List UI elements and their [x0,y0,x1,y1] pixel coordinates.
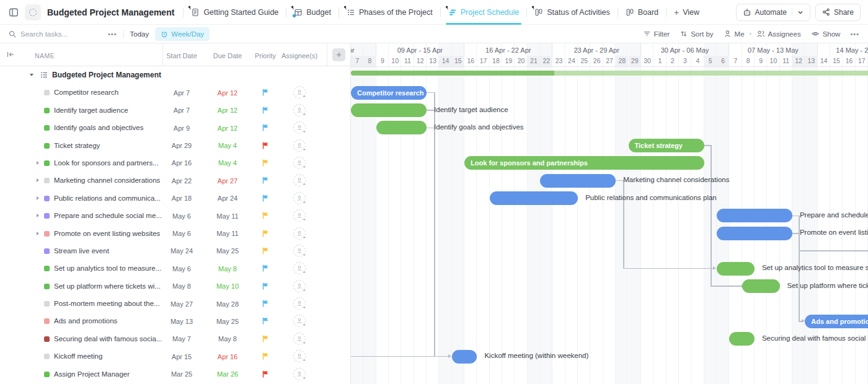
due-date[interactable]: Apr 12 [218,89,237,97]
task-name[interactable]: Assign Project Manager [54,370,130,378]
status-icon[interactable] [44,284,50,289]
priority-flag-icon[interactable] [262,107,269,114]
gantt-bar[interactable] [717,262,755,276]
due-date[interactable]: May 25 [216,247,239,255]
column-header-name[interactable]: NAME [35,52,55,59]
start-date[interactable]: Apr 7 [174,89,190,97]
add-assignee-button[interactable]: + [293,368,306,380]
due-date[interactable]: May 25 [216,318,239,325]
status-icon[interactable] [44,160,50,166]
gantt-bar[interactable] [351,103,427,117]
caret-right-icon[interactable] [37,161,39,165]
automate-button[interactable]: Automate [736,4,810,21]
me-button[interactable]: Me [724,30,745,38]
gantt-bar[interactable] [717,227,792,240]
task-name[interactable]: Set up analytics tool to measure... [54,264,161,272]
due-date[interactable]: May 8 [218,335,237,343]
table-row[interactable]: Set up platform where tickets wi...May 8… [0,277,350,295]
add-assignee-button[interactable]: + [293,157,306,169]
task-name[interactable]: Securing deal with famous socia... [54,335,162,343]
start-date[interactable]: May 24 [170,247,193,255]
status-icon[interactable] [44,178,50,183]
add-column-button[interactable]: + [332,48,345,61]
status-icon[interactable] [44,90,50,95]
status-icon[interactable] [44,108,50,113]
add-assignee-button[interactable]: + [293,104,306,116]
tab-project-schedule[interactable]: Project Schedule [441,0,527,25]
task-name[interactable]: Identify goals and objectives [54,124,143,131]
priority-flag-icon[interactable] [262,142,269,149]
show-button[interactable]: Show [811,30,841,38]
add-view-button[interactable]: +View [666,0,707,25]
gantt-bar[interactable]: Look for sponsors and partnerships [464,156,704,170]
status-icon[interactable] [44,354,50,359]
tab-budget[interactable]: Budget [286,0,339,25]
task-name[interactable]: Look for sponsors and partners... [54,159,159,167]
add-assignee-button[interactable]: + [293,280,306,292]
caret-right-icon[interactable] [37,178,39,182]
table-row[interactable]: Look for sponsors and partners...Apr 16M… [0,154,350,172]
gantt-bar[interactable] [717,209,792,222]
tab-status-of-activities[interactable]: Status of Activities [527,0,617,25]
start-date[interactable]: May 7 [172,335,191,343]
add-assignee-button[interactable]: + [293,209,306,222]
gantt-bar[interactable] [376,121,427,134]
due-date[interactable]: Apr 12 [218,107,237,114]
project-row[interactable]: Budgeted Project Management [0,66,350,84]
status-icon[interactable] [44,231,50,237]
sidebar-toggle-icon[interactable] [9,7,19,17]
start-date[interactable]: May 27 [170,300,193,308]
status-icon[interactable] [44,196,50,201]
priority-flag-icon[interactable] [262,264,269,272]
tab-phases-of-the-project[interactable]: Phases of the Project [339,0,440,25]
due-date[interactable]: May 4 [218,159,237,167]
priority-flag-icon[interactable] [262,177,269,184]
task-name[interactable]: Ads and promotions [54,317,117,325]
task-name[interactable]: Stream live event [54,247,109,255]
due-date[interactable]: Mar 26 [217,370,238,378]
due-date[interactable]: May 4 [218,142,237,149]
task-name[interactable]: Identify target audience [54,107,128,114]
priority-flag-icon[interactable] [262,212,269,219]
gantt-bar[interactable]: Ticket strategy [629,139,704,152]
share-button[interactable]: Share [815,4,861,21]
list-status-button[interactable] [25,4,41,20]
due-date[interactable]: May 10 [216,282,239,290]
priority-flag-icon[interactable] [262,230,269,237]
table-row[interactable]: Identify goals and objectivesApr 9Apr 12… [0,119,350,136]
filter-button[interactable]: Filter [643,30,670,38]
assignees-button[interactable]: Assignees [756,30,801,38]
add-assignee-button[interactable]: + [293,227,306,240]
gantt-bar[interactable] [742,279,780,293]
add-assignee-button[interactable]: + [293,245,306,257]
add-assignee-button[interactable]: + [293,315,306,327]
priority-flag-icon[interactable] [262,282,269,290]
due-date[interactable]: Apr 24 [218,194,237,202]
add-assignee-button[interactable]: + [293,350,306,362]
status-icon[interactable] [44,213,50,219]
status-icon[interactable] [44,125,50,131]
search-input[interactable]: Search tasks... [9,30,102,38]
due-date[interactable]: May 11 [216,212,238,220]
start-date[interactable]: May 6 [172,212,191,220]
add-assignee-button[interactable]: + [293,139,306,152]
due-date[interactable]: Apr 27 [218,177,237,185]
gantt-bar[interactable] [729,332,755,346]
start-date[interactable]: Apr 18 [172,194,192,202]
start-date[interactable]: Apr 15 [172,353,192,360]
priority-flag-icon[interactable] [262,194,269,202]
task-name[interactable]: Public relations and communica... [54,194,161,202]
add-assignee-button[interactable]: + [293,121,306,134]
start-date[interactable]: Mar 25 [171,370,192,378]
gantt-bar[interactable] [452,350,477,364]
task-name[interactable]: Marketing channel considerations [54,177,160,184]
status-icon[interactable] [44,336,50,342]
view-mode-pill[interactable]: Week/Day [155,27,210,41]
collapse-table-icon[interactable] [6,50,15,59]
priority-flag-icon[interactable] [262,124,269,131]
start-date[interactable]: Apr 9 [174,124,190,132]
column-header-start-date[interactable]: Start Date [166,52,197,59]
caret-right-icon[interactable] [37,196,39,200]
gantt-bar[interactable] [490,191,578,205]
priority-flag-icon[interactable] [262,247,269,255]
